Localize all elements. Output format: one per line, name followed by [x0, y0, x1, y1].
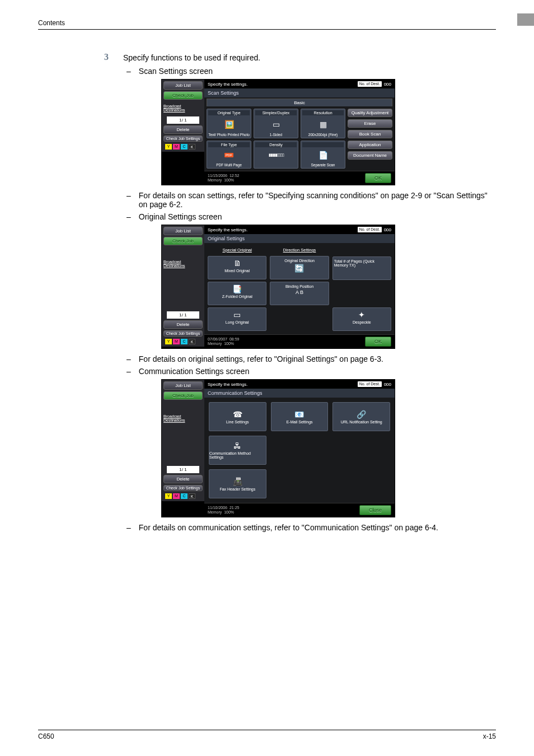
- zfold-icon: 📑: [232, 284, 242, 293]
- delete-button[interactable]: Delete: [163, 475, 203, 483]
- broadcast-label: Broadcast Destinations: [163, 413, 203, 423]
- binding-position-tile[interactable]: Binding Position A B: [270, 282, 329, 305]
- bullet-comm-settings: Communication Settings screen: [139, 367, 250, 376]
- density-icon: ▮▮▮▮▮▯▯▯▯: [269, 147, 284, 163]
- toner-c-icon: C: [181, 144, 188, 150]
- original-settings-title: Original Settings: [204, 234, 395, 243]
- bullet-dash: –: [127, 212, 131, 221]
- bullet-comm-details: For details on communication settings, r…: [139, 523, 438, 532]
- direction-settings-header: Direction Settings: [270, 246, 329, 254]
- footer-page: x-15: [483, 732, 496, 740]
- page-tab: [517, 13, 534, 26]
- job-list-button[interactable]: Job List: [163, 81, 203, 90]
- pdf-icon: PDF: [224, 147, 233, 163]
- binding-icon: A B: [296, 290, 303, 295]
- communication-settings-screenshot: Job List Check Job Broadcast Destination…: [161, 379, 395, 517]
- url-notification-tile[interactable]: 🔗 URL Notification Setting: [332, 402, 390, 431]
- line-settings-tile[interactable]: ☎ Line Settings: [209, 402, 266, 431]
- mixed-original-tile[interactable]: 🗎 Mixed Original: [208, 256, 266, 279]
- bullet-dash: –: [127, 367, 131, 376]
- despeckle-icon: ✦: [358, 310, 365, 319]
- original-direction-tile[interactable]: Original Direction 🔄: [270, 256, 329, 279]
- step-text: Specify functions to be used if required…: [123, 52, 260, 62]
- communication-settings-title: Communication Settings: [204, 389, 395, 398]
- dest-count: 000: [384, 82, 391, 87]
- bullet-scan-details: For details on scan settings, refer to "…: [139, 191, 496, 209]
- timestamp: 11/15/2006 12:52 Memory 100%: [208, 174, 239, 183]
- document-name-button[interactable]: Document Name: [348, 151, 392, 160]
- bullet-dash: –: [127, 67, 131, 76]
- dest-count: 000: [384, 227, 391, 232]
- resolution-tile[interactable]: Resolution ▦ 200x200dpi (Fine): [301, 109, 345, 138]
- no-of-dest-label: No. of Dest.: [358, 227, 382, 232]
- direction-icon: 🔄: [294, 264, 304, 273]
- page-indicator: 1/ 1: [167, 466, 199, 473]
- page-indicator: 1/ 1: [167, 116, 199, 124]
- email-icon: 📧: [294, 410, 304, 419]
- check-job-button[interactable]: Check Job: [163, 91, 203, 100]
- bullet-scan-settings: Scan Settings screen: [139, 67, 213, 76]
- footer-model: C650: [38, 732, 54, 740]
- simplex-duplex-tile[interactable]: Simplex/Duplex ▭ 1-Sided: [254, 109, 298, 138]
- ok-button[interactable]: OK: [365, 337, 391, 347]
- broadcast-label: Broadcast Destinations: [163, 103, 203, 113]
- despeckle-tile[interactable]: ✦ Despeckle: [332, 307, 391, 331]
- toner-y-icon: Y: [165, 144, 172, 150]
- job-list-button[interactable]: Job List: [163, 227, 203, 235]
- original-type-icon: 🖼️: [224, 115, 234, 133]
- specify-label: Specify the settings.: [208, 227, 248, 232]
- check-job-settings-button[interactable]: Check Job Settings: [163, 485, 203, 491]
- toner-m-icon: M: [173, 144, 180, 150]
- toner-levels: Y M C K: [163, 338, 203, 345]
- scan-settings-screenshot: Job List Check Job Broadcast Destination…: [161, 79, 395, 185]
- bullet-original-details: For details on original settings, refer …: [139, 354, 383, 363]
- total-pages-tile[interactable]: Total # of Pages (Quick Memory TX): [332, 256, 391, 280]
- special-original-header: Special Original: [208, 246, 266, 254]
- erase-button[interactable]: Erase: [348, 119, 392, 128]
- phone-icon: ☎: [233, 410, 242, 419]
- density-tile[interactable]: Density ▮▮▮▮▮▯▯▯▯: [254, 141, 298, 169]
- page-icon: ▭: [273, 115, 280, 133]
- bullet-dash: –: [127, 191, 131, 209]
- network-icon: 🖧: [233, 441, 241, 450]
- check-job-button[interactable]: Check Job: [163, 391, 203, 400]
- page-indicator: 1/ 1: [167, 311, 199, 319]
- comm-method-tile[interactable]: 🖧 Communication Method Settings: [209, 436, 266, 465]
- delete-button[interactable]: Delete: [163, 125, 203, 134]
- email-settings-tile[interactable]: 📧 E-Mail Settings: [271, 402, 329, 431]
- delete-button[interactable]: Delete: [163, 320, 203, 329]
- ok-button[interactable]: OK: [365, 173, 391, 183]
- timestamp: 07/06/2007 08:59 Memory 100%: [208, 337, 239, 346]
- header: Contents: [38, 18, 496, 30]
- pages-icon: 📄: [318, 147, 328, 163]
- long-icon: ▭: [233, 310, 241, 319]
- original-type-tile[interactable]: Original Type 🖼️ Text/ Photo Printed Pho…: [207, 109, 251, 138]
- dest-count: 000: [384, 382, 391, 387]
- application-button[interactable]: Application: [348, 141, 392, 149]
- book-scan-button[interactable]: Book Scan: [348, 130, 392, 138]
- specify-label: Specify the settings.: [208, 382, 248, 387]
- zfold-original-tile[interactable]: 📑 Z-Folded Original: [208, 282, 266, 305]
- no-of-dest-label: No. of Dest.: [358, 381, 382, 387]
- bullet-original-settings: Original Settings screen: [139, 212, 222, 221]
- separate-scan-tile[interactable]: 📄 Separate Scan: [301, 141, 345, 169]
- bullet-dash: –: [127, 354, 131, 363]
- fax-icon: 📠: [233, 477, 242, 486]
- scan-settings-title: Scan Settings: [204, 88, 395, 97]
- step-number: 3: [104, 52, 109, 62]
- file-type-tile[interactable]: File Type PDF PDF Multi Page: [207, 141, 251, 169]
- quality-adjustment-button[interactable]: Quality Adjustment: [348, 109, 392, 117]
- original-settings-screenshot: Job List Check Job Broadcast Destination…: [161, 225, 395, 349]
- timestamp: 11/10/2006 21:25 Memory 100%: [208, 506, 239, 515]
- tab-basic[interactable]: Basic: [207, 99, 392, 106]
- check-job-settings-button[interactable]: Check Job Settings: [163, 330, 203, 337]
- fax-header-tile[interactable]: 📠 Fax Header Settings: [209, 469, 266, 498]
- long-original-tile[interactable]: ▭ Long Original: [208, 307, 266, 331]
- url-icon: 🔗: [357, 410, 366, 419]
- check-job-settings-button[interactable]: Check Job Settings: [163, 136, 203, 142]
- toner-k-icon: K: [189, 144, 195, 150]
- job-list-button[interactable]: Job List: [163, 381, 203, 390]
- close-button[interactable]: Close: [359, 505, 391, 515]
- document-icon: 🗎: [233, 259, 241, 268]
- check-job-button[interactable]: Check Job: [163, 237, 203, 245]
